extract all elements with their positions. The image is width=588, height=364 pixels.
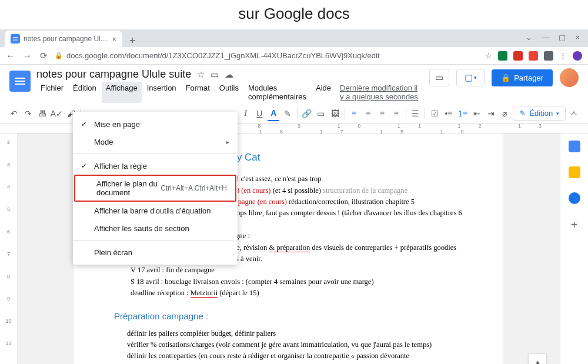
link-button[interactable]: 🔗	[301, 106, 313, 121]
comment-button[interactable]: ▭	[315, 106, 327, 121]
present-button[interactable]: ▢▾	[456, 69, 485, 86]
highlight-button[interactable]: ✎	[282, 106, 293, 121]
side-panel-toggle[interactable]: ›	[577, 362, 580, 364]
share-button[interactable]: 🔒Partager	[492, 69, 553, 86]
align-justify-button[interactable]: ≡	[390, 106, 402, 121]
italic-button[interactable]: I	[240, 106, 252, 121]
user-avatar[interactable]	[560, 68, 579, 87]
collapse-toolbar-button[interactable]: ㅅ	[568, 106, 580, 121]
dd-afficher-equation[interactable]: Afficher la barre d'outils d'équation	[73, 202, 238, 219]
menu-affichage[interactable]: Affichage	[102, 82, 142, 103]
docs-favicon-icon	[11, 34, 20, 44]
dd-plein-ecran[interactable]: Plein écran	[73, 243, 238, 261]
close-icon[interactable]: ×	[575, 33, 580, 42]
tab-close-icon[interactable]: ×	[112, 35, 116, 44]
side-panel: +	[560, 133, 588, 364]
cloud-icon[interactable]: ☁	[225, 69, 233, 80]
chevron-down-icon[interactable]: ⌄	[526, 33, 532, 42]
clear-format-button[interactable]: ⌀	[499, 106, 511, 121]
dd-afficher-sauts[interactable]: Afficher les sauts de section	[73, 219, 238, 237]
menu-dots-icon[interactable]: ⋮	[559, 51, 567, 60]
checklist-button[interactable]: ☑	[429, 106, 440, 121]
profile-icon[interactable]	[573, 51, 582, 61]
menu-insertion[interactable]: Insertion	[143, 82, 181, 103]
dd-mode[interactable]: Mode ▸	[73, 133, 238, 151]
affichage-dropdown: ✓ Mise en page Mode ▸ ✓ Afficher la règl…	[73, 112, 238, 265]
lock-icon: 🔒	[55, 52, 63, 59]
extension-icon-3[interactable]	[529, 51, 538, 61]
url-field[interactable]: 🔒 docs.google.com/document/d/1Z3XCO0ZJZZ…	[55, 51, 478, 60]
maximize-icon[interactable]: ▢	[559, 33, 566, 42]
chevron-right-icon: ▸	[226, 139, 229, 145]
keep-icon[interactable]	[569, 166, 580, 178]
document-title[interactable]: notes pour campagne Ulule suite	[36, 68, 191, 81]
spellcheck-button[interactable]: A✓	[51, 106, 63, 121]
comments-button[interactable]: ▭	[429, 69, 449, 86]
dd-afficher-plan[interactable]: Afficher le plan du document Ctrl+Alt+A …	[75, 176, 235, 201]
menu-bar: Fichier Édition Affichage Insertion Form…	[36, 82, 423, 103]
redo-button[interactable]: ↷	[22, 106, 34, 121]
tab-bar: notes pour campagne Ulule suit × + ⌄ — ▢…	[0, 29, 588, 47]
move-icon[interactable]: ▭	[211, 69, 219, 80]
dd-mise-en-page[interactable]: ✓ Mise en page	[73, 115, 238, 133]
reload-icon[interactable]: ⟳	[40, 51, 48, 61]
menu-outils[interactable]: Outils	[215, 82, 243, 103]
align-center-button[interactable]: ≡	[362, 106, 374, 121]
menu-edition[interactable]: Édition	[69, 82, 101, 103]
pencil-icon: ✎	[519, 109, 526, 118]
add-icon[interactable]: +	[571, 218, 578, 232]
editing-mode-button[interactable]: ✎ Édition ▾	[513, 106, 566, 121]
bullet-list-button[interactable]: •≡	[443, 106, 455, 121]
tab-title: notes pour campagne Ulule suit	[24, 35, 108, 43]
last-modified[interactable]: Dernière modification il y a quelques se…	[340, 82, 423, 103]
line-spacing-button[interactable]: ☰	[410, 106, 422, 121]
tasks-icon[interactable]	[569, 192, 580, 204]
heading-2: Préparation campagne :	[114, 309, 463, 323]
calendar-icon[interactable]	[569, 141, 580, 152]
underline-button[interactable]: U	[253, 106, 265, 121]
window-controls: ⌄ — ▢ ×	[520, 29, 586, 45]
explore-button[interactable]: ✦	[528, 353, 547, 364]
indent-dec-button[interactable]: ⇤	[471, 106, 483, 121]
extension-icon-2[interactable]	[513, 51, 523, 61]
annotation-text: sur Google docs	[0, 5, 588, 23]
forward-icon[interactable]: →	[23, 51, 32, 61]
menu-fichier[interactable]: Fichier	[36, 82, 68, 103]
text-color-button[interactable]: A	[268, 106, 279, 121]
menu-aide[interactable]: Aide	[312, 82, 335, 103]
back-icon[interactable]: ←	[6, 51, 15, 61]
star-icon[interactable]: ☆	[197, 69, 205, 80]
extension-icon-4[interactable]	[544, 51, 553, 61]
lock-icon: 🔒	[501, 74, 510, 82]
docs-logo-icon[interactable]	[9, 71, 31, 92]
vertical-ruler[interactable]: 234 567 8910 1112	[0, 133, 18, 364]
menu-format[interactable]: Format	[182, 82, 214, 103]
indent-inc-button[interactable]: ⇥	[485, 106, 497, 121]
docs-header: notes pour campagne Ulule suite ☆ ▭ ☁ Fi…	[0, 65, 588, 103]
print-button[interactable]: 🖶	[36, 106, 48, 121]
align-right-button[interactable]: ≡	[376, 106, 388, 121]
extension-icon-1[interactable]	[498, 51, 507, 61]
image-button[interactable]: 🖼	[329, 106, 341, 121]
number-list-button[interactable]: 1≡	[457, 106, 469, 121]
new-tab-button[interactable]: +	[122, 35, 143, 47]
browser-tab[interactable]: notes pour campagne Ulule suit ×	[5, 31, 122, 47]
undo-button[interactable]: ↶	[8, 106, 20, 121]
minimize-icon[interactable]: —	[542, 33, 549, 42]
star-icon[interactable]: ☆	[485, 51, 492, 60]
url-text: docs.google.com/document/d/1Z3XCO0ZJZZ1_…	[66, 51, 380, 60]
dd-afficher-regle[interactable]: ✓ Afficher la règle	[73, 157, 238, 175]
menu-modules[interactable]: Modules complémentaires	[244, 82, 310, 103]
address-bar: ← → ⟳ 🔒 docs.google.com/document/d/1Z3XC…	[0, 47, 588, 65]
check-icon: ✓	[81, 120, 94, 128]
align-left-button[interactable]: ≡	[348, 106, 360, 121]
check-icon: ✓	[81, 162, 94, 170]
